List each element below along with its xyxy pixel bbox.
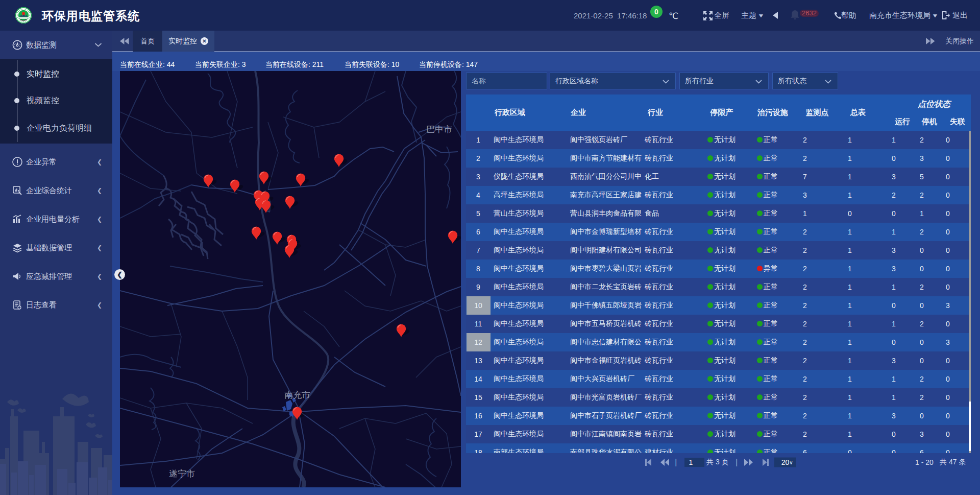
- svg-text:南充市: 南充市: [284, 390, 310, 400]
- svg-text:巴中市: 巴中市: [426, 125, 452, 134]
- svg-text:遂宁市: 遂宁市: [169, 469, 195, 479]
